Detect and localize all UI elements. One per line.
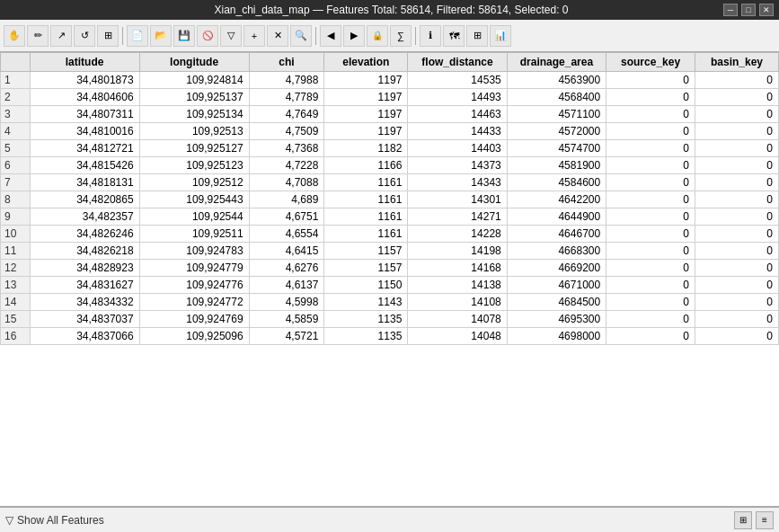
cell-drainage_area: 4669200 bbox=[507, 260, 606, 277]
table-row[interactable]: 734,4818131109,925124,708811611434345846… bbox=[1, 174, 779, 191]
col-header-rownum[interactable] bbox=[1, 53, 31, 72]
cell-latitude: 34,4801873 bbox=[30, 72, 139, 89]
table-row[interactable]: 1634,4837066109,9250964,5721113514048469… bbox=[1, 328, 779, 345]
cell-chi: 4,7368 bbox=[249, 140, 324, 157]
show-all-features-button[interactable]: ▽ Show All Features bbox=[5, 514, 104, 527]
cell-elevation: 1161 bbox=[324, 174, 408, 191]
minimize-button[interactable]: ─ bbox=[723, 4, 738, 16]
edit-button[interactable]: ✏ bbox=[27, 25, 49, 47]
stats-button[interactable]: 📊 bbox=[490, 25, 511, 47]
cell-flow_distance: 14373 bbox=[408, 157, 507, 174]
cell-latitude: 34,4826246 bbox=[30, 226, 139, 243]
col-header-latitude[interactable]: latitude bbox=[30, 53, 139, 72]
pan-tool-button[interactable]: ✋ bbox=[4, 25, 25, 47]
cell-drainage_area: 4571100 bbox=[507, 106, 606, 123]
cell-longitude: 109,924779 bbox=[139, 260, 249, 277]
window-controls[interactable]: ─ □ ✕ bbox=[723, 4, 774, 16]
cell-elevation: 1135 bbox=[324, 311, 408, 328]
cell-elevation: 1157 bbox=[324, 260, 408, 277]
save-button[interactable]: 💾 bbox=[173, 25, 195, 47]
table-row[interactable]: 834,4820865109,9254434,68911611430146422… bbox=[1, 191, 779, 208]
cell-drainage_area: 4684500 bbox=[507, 294, 606, 311]
cell-flow_distance: 14078 bbox=[408, 311, 507, 328]
refresh-button[interactable]: ↺ bbox=[74, 25, 95, 47]
cell-elevation: 1197 bbox=[324, 72, 408, 89]
cell-rownum: 10 bbox=[1, 226, 31, 243]
cell-latitude: 34,4828923 bbox=[30, 260, 139, 277]
cell-elevation: 1157 bbox=[324, 243, 408, 260]
delete-filter-button[interactable]: 🚫 bbox=[197, 25, 218, 47]
cell-source_key: 0 bbox=[606, 226, 695, 243]
cell-basin_key: 0 bbox=[695, 277, 778, 294]
lock-button[interactable]: 🔒 bbox=[367, 25, 388, 47]
col-header-basin-key[interactable]: basin_key bbox=[695, 53, 778, 72]
move-button[interactable]: ⊞ bbox=[97, 25, 119, 47]
cell-elevation: 1161 bbox=[324, 226, 408, 243]
table-row[interactable]: 1534,4837037109,9247694,5859113514078469… bbox=[1, 311, 779, 328]
cell-elevation: 1197 bbox=[324, 106, 408, 123]
cell-longitude: 109,92544 bbox=[139, 208, 249, 226]
col-header-longitude[interactable]: longitude bbox=[139, 53, 249, 72]
cell-source_key: 0 bbox=[606, 208, 695, 226]
cell-drainage_area: 4568400 bbox=[507, 89, 606, 106]
add-col-button[interactable]: + bbox=[243, 25, 265, 47]
col-header-drainage-area[interactable]: drainage_area bbox=[507, 53, 606, 72]
new-layer-button[interactable]: 📄 bbox=[127, 25, 148, 47]
col-header-flow-distance[interactable]: flow_distance bbox=[408, 53, 507, 72]
cell-longitude: 109,925127 bbox=[139, 140, 249, 157]
cell-drainage_area: 4698000 bbox=[507, 328, 606, 345]
back-button[interactable]: ◀ bbox=[320, 25, 341, 47]
table-row[interactable]: 1334,4831627109,9247764,6137115014138467… bbox=[1, 277, 779, 294]
col-header-chi[interactable]: chi bbox=[249, 53, 324, 72]
cell-elevation: 1161 bbox=[324, 191, 408, 208]
table-row[interactable]: 534,4812721109,9251274,73681182144034574… bbox=[1, 140, 779, 157]
table-row[interactable]: 1434,4834332109,9247724,5998114314108468… bbox=[1, 294, 779, 311]
cell-source_key: 0 bbox=[606, 106, 695, 123]
cell-latitude: 34,4815426 bbox=[30, 157, 139, 174]
data-table-container[interactable]: latitude longitude chi elevation flow_di… bbox=[0, 52, 779, 507]
table-row[interactable]: 434,4810016109,925134,750911971443345720… bbox=[1, 123, 779, 140]
cell-chi: 4,6751 bbox=[249, 208, 324, 226]
table-row[interactable]: 634,4815426109,9251234,72281166143734581… bbox=[1, 157, 779, 174]
separator-1 bbox=[122, 27, 123, 45]
map-button[interactable]: 🗺 bbox=[443, 25, 465, 47]
cell-chi: 4,5998 bbox=[249, 294, 324, 311]
cell-latitude: 34,4820865 bbox=[30, 191, 139, 208]
cell-flow_distance: 14403 bbox=[408, 140, 507, 157]
del-col-button[interactable]: ✕ bbox=[267, 25, 288, 47]
cell-source_key: 0 bbox=[606, 328, 695, 345]
table-row[interactable]: 1034,4826246109,925114,65541161142284646… bbox=[1, 226, 779, 243]
col-header-elevation[interactable]: elevation bbox=[324, 53, 408, 72]
maximize-button[interactable]: □ bbox=[741, 4, 756, 16]
table-row[interactable]: 334,4807311109,9251344,76491197144634571… bbox=[1, 106, 779, 123]
table-row[interactable]: 1134,4826218109,9247834,6415115714198466… bbox=[1, 243, 779, 260]
cell-rownum: 5 bbox=[1, 140, 31, 157]
close-button[interactable]: ✕ bbox=[759, 4, 774, 16]
table-row[interactable]: 134,4801873109,9248144,79881197145354563… bbox=[1, 72, 779, 89]
search-button[interactable]: 🔍 bbox=[290, 25, 312, 47]
cell-latitude: 34,4831627 bbox=[30, 277, 139, 294]
col-header-source-key[interactable]: source_key bbox=[606, 53, 695, 72]
table-row[interactable]: 234,4804606109,9251374,77891197144934568… bbox=[1, 89, 779, 106]
cell-basin_key: 0 bbox=[695, 123, 778, 140]
grid-view-button[interactable]: ⊞ bbox=[734, 511, 752, 529]
select-button[interactable]: ↗ bbox=[50, 25, 72, 47]
table-button[interactable]: ⊞ bbox=[466, 25, 488, 47]
cell-source_key: 0 bbox=[606, 140, 695, 157]
cell-basin_key: 0 bbox=[695, 294, 778, 311]
info-button[interactable]: ℹ bbox=[420, 25, 441, 47]
cell-basin_key: 0 bbox=[695, 243, 778, 260]
cell-basin_key: 0 bbox=[695, 140, 778, 157]
calc-button[interactable]: ∑ bbox=[390, 25, 412, 47]
table-row[interactable]: 1234,4828923109,9247794,6276115714168466… bbox=[1, 260, 779, 277]
cell-rownum: 7 bbox=[1, 174, 31, 191]
cell-elevation: 1161 bbox=[324, 208, 408, 226]
open-button[interactable]: 📂 bbox=[150, 25, 172, 47]
cell-flow_distance: 14271 bbox=[408, 208, 507, 226]
forward-button[interactable]: ▶ bbox=[343, 25, 365, 47]
list-view-button[interactable]: ≡ bbox=[756, 511, 774, 529]
cell-rownum: 4 bbox=[1, 123, 31, 140]
table-row[interactable]: 934,482357109,925444,6751116114271464490… bbox=[1, 208, 779, 226]
cell-chi: 4,6276 bbox=[249, 260, 324, 277]
filter-button[interactable]: ▽ bbox=[220, 25, 242, 47]
